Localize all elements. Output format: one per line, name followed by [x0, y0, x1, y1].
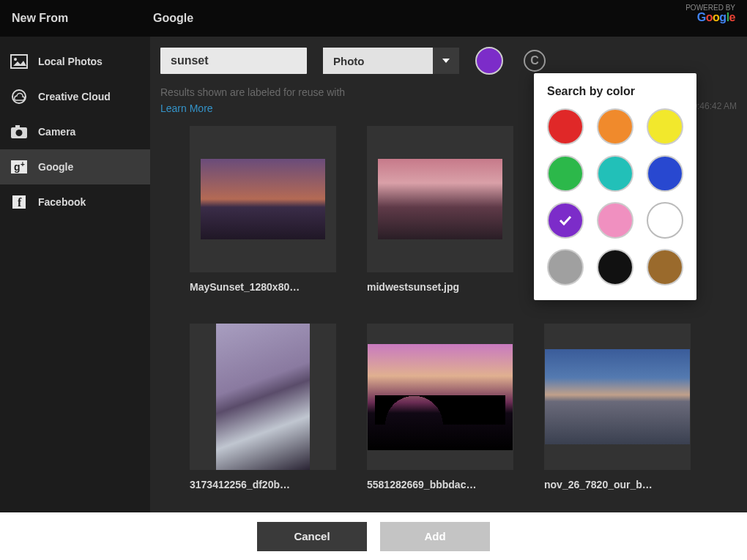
- color-swatch[interactable]: [597, 155, 633, 192]
- sidebar-item-label: Camera: [38, 126, 75, 138]
- content: Photo C Results shown are labeled for re…: [150, 37, 747, 512]
- facebook-icon: f: [10, 195, 28, 209]
- chevron-down-icon: [433, 48, 459, 74]
- color-swatch[interactable]: [647, 108, 683, 145]
- result-filename: 3173412256_df20b…: [190, 479, 336, 490]
- color-filter-button[interactable]: [475, 47, 503, 75]
- color-swatch[interactable]: [647, 202, 683, 239]
- result-tile[interactable]: 3173412256_df20b…: [190, 324, 336, 490]
- check-icon: [559, 215, 572, 225]
- sidebar-item-label: Local Photos: [38, 56, 103, 67]
- color-swatch[interactable]: [647, 155, 683, 192]
- sidebar-item-label: Facebook: [38, 196, 86, 208]
- footer: Cancel Add: [0, 512, 747, 560]
- color-picker-title: Search by color: [547, 85, 683, 98]
- result-tile[interactable]: MaySunset_1280x80…: [190, 126, 336, 293]
- svg-rect-0: [11, 55, 27, 68]
- color-swatch[interactable]: [597, 249, 633, 285]
- sidebar-item-label: Google: [38, 161, 73, 173]
- color-swatch[interactable]: [597, 202, 633, 239]
- result-filename: midwestsunset.jpg: [367, 281, 513, 293]
- sidebar-item-google[interactable]: g+ Google: [0, 149, 150, 184]
- search-controls: Photo C: [160, 47, 737, 75]
- thumbnail: [190, 324, 336, 470]
- svg-point-5: [16, 130, 23, 136]
- thumbnail: [190, 126, 336, 272]
- svg-rect-4: [15, 125, 20, 128]
- result-filename: MaySunset_1280x80…: [190, 281, 336, 293]
- svg-text:g: g: [14, 161, 21, 173]
- sidebar-item-camera[interactable]: Camera: [0, 114, 150, 149]
- thumbnail: [367, 324, 513, 470]
- svg-text:f: f: [18, 196, 22, 209]
- svg-text:+: +: [21, 160, 25, 168]
- search-input[interactable]: [160, 48, 307, 74]
- result-filename: nov_26_7820_our_b…: [544, 479, 691, 490]
- color-swatch[interactable]: [547, 202, 584, 239]
- thumbnail: [544, 324, 691, 470]
- cancel-button[interactable]: Cancel: [257, 522, 367, 551]
- type-select[interactable]: Photo: [323, 48, 459, 74]
- color-swatch[interactable]: [547, 108, 584, 145]
- result-tile[interactable]: midwestsunset.jpg: [367, 126, 513, 293]
- color-swatch[interactable]: [547, 249, 584, 285]
- result-tile[interactable]: nov_26_7820_our_b…: [544, 324, 691, 490]
- sidebar-item-facebook[interactable]: f Facebook: [0, 184, 150, 220]
- license-icon[interactable]: C: [524, 50, 546, 72]
- add-button[interactable]: Add: [380, 522, 490, 551]
- color-picker-popover: Search by color: [534, 73, 696, 300]
- result-filename: 5581282669_bbbdac…: [367, 479, 513, 490]
- color-swatches: [547, 108, 683, 285]
- camera-icon: [10, 124, 28, 139]
- sidebar-item-creative-cloud[interactable]: Creative Cloud: [0, 79, 150, 114]
- image-icon: [10, 54, 28, 69]
- sidebar-item-local-photos[interactable]: Local Photos: [0, 44, 150, 79]
- result-tile[interactable]: 5581282669_bbbdac…: [367, 324, 513, 490]
- type-select-value: Photo: [323, 48, 433, 74]
- creative-cloud-icon: [10, 89, 28, 104]
- svg-point-1: [14, 58, 17, 61]
- color-swatch[interactable]: [547, 155, 584, 192]
- sidebar-title: New From: [12, 12, 150, 25]
- page-title: Google: [150, 12, 193, 25]
- main: Local Photos Creative Cloud Camera g+ Go…: [0, 37, 747, 512]
- google-plus-icon: g+: [10, 160, 28, 174]
- header: New From Google POWERED BY Google: [0, 0, 747, 37]
- google-wordmark: Google: [685, 12, 735, 23]
- thumbnail: [367, 126, 513, 272]
- color-swatch[interactable]: [647, 249, 683, 285]
- google-logo: POWERED BY Google: [685, 4, 735, 23]
- sidebar-item-label: Creative Cloud: [38, 91, 111, 102]
- color-swatch[interactable]: [597, 108, 633, 145]
- sidebar: Local Photos Creative Cloud Camera g+ Go…: [0, 37, 150, 512]
